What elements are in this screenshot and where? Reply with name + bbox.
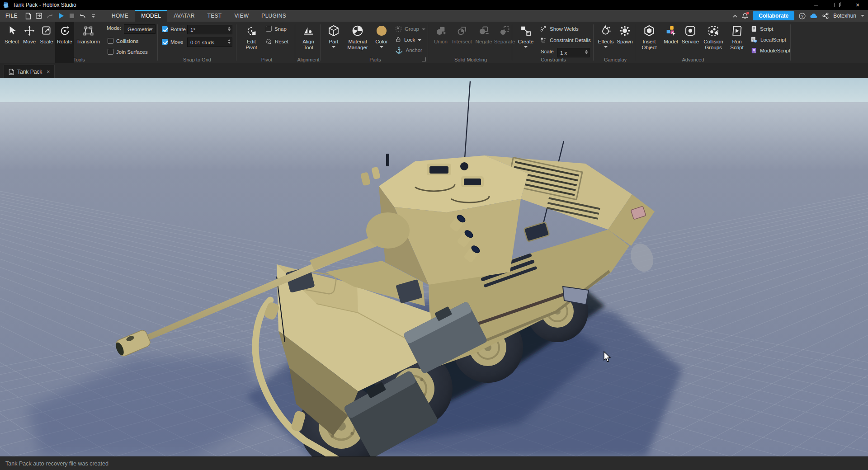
stop-button[interactable] [66,10,77,22]
group-label-tools: Tools [3,57,156,62]
move-tool-button[interactable]: Move [21,23,38,45]
effects-button[interactable]: Effects [596,23,616,48]
model-icon [665,23,677,38]
module-script-button[interactable]: ModuleScript [750,47,790,54]
ribbon-group-solid-modeling: Union Intersect Negate Separate Solid Mo… [430,22,511,63]
edit-pivot-button[interactable]: Edit Pivot [241,23,262,51]
model-button[interactable]: Model [662,23,680,45]
pivot-snap-row[interactable]: Snap [266,26,287,32]
group-label-constraints: Constraints [514,57,592,62]
new-place-button[interactable] [23,10,34,22]
insert-object-button[interactable]: Insert Object [637,23,661,51]
tab-model[interactable]: MODEL [135,10,167,22]
collaborate-button[interactable]: Collaborate [753,11,794,20]
stepper-arrows[interactable] [228,27,231,31]
material-manager-button[interactable]: Material Manager [344,23,372,51]
lock-button[interactable]: Lock [395,36,421,43]
document-tab-title: Tank Pack [17,69,42,75]
collapse-ribbon-button[interactable] [733,14,737,18]
viewport-3d[interactable] [0,78,868,456]
stepper-arrows[interactable] [228,39,231,44]
color-button[interactable]: Color [372,23,392,48]
document-tab-tank-pack[interactable]: Tank Pack × [4,65,55,78]
local-script-button[interactable]: LocalScript [750,36,786,43]
create-constraint-icon [519,23,532,38]
redo-button[interactable] [45,10,56,22]
pivot-reset-button[interactable]: Reset [265,38,288,45]
union-button[interactable]: Union [431,23,450,45]
service-icon [684,23,697,38]
parts-dialog-launcher[interactable] [422,57,426,61]
scale-tool-button[interactable]: Scale [38,23,55,45]
separate-button[interactable]: Separate [493,23,516,45]
collisions-checkbox-row[interactable]: Collisions [108,38,138,44]
snap-move-field[interactable]: 0.01 studs [187,38,232,47]
undo-button[interactable] [77,10,88,22]
create-dropdown-caret[interactable] [524,46,528,48]
create-constraint-button[interactable]: Create [515,23,536,48]
tab-view[interactable]: VIEW [228,10,255,22]
cloud-icon [810,13,818,19]
service-button[interactable]: Service [680,23,701,45]
join-surfaces-checkbox-row[interactable]: Join Surfaces [108,49,148,55]
anchor-button[interactable]: ⚓ Anchor [395,47,422,53]
stepper-arrows[interactable] [585,50,588,54]
select-tool-button[interactable]: Select [3,23,21,45]
cloud-sync-button[interactable] [810,13,818,19]
constraint-details-button[interactable]: Constraint Details [540,37,591,44]
group-button[interactable]: Group [395,25,425,32]
script-button[interactable]: Script [750,25,773,33]
file-menu[interactable]: FILE [0,10,23,22]
mode-dropdown[interactable]: Geometric [124,24,156,34]
color-swatch-icon [375,23,388,38]
snap-rotate-checkbox[interactable] [162,26,168,32]
group-label-parts: Parts [323,57,428,62]
snap-move-checkbox[interactable] [162,39,168,45]
join-surfaces-checkbox[interactable] [108,49,113,55]
snap-rotate-row[interactable]: Rotate [162,26,186,32]
constraint-scale-field[interactable]: 1 x [557,48,590,57]
part-cube-icon [327,23,340,38]
notification-badge [746,12,749,14]
part-button[interactable]: Part [324,23,344,48]
open-place-button[interactable] [34,10,45,22]
align-tool-icon [302,23,315,38]
snap-move-row[interactable]: Move [162,39,183,45]
tab-plugins[interactable]: PLUGINS [255,10,292,22]
group-label-solid-modeling: Solid Modeling [430,57,511,62]
part-dropdown-caret[interactable] [332,46,335,48]
effects-dropdown-caret[interactable] [604,46,608,48]
transform-tool-button[interactable]: Transform [74,23,102,45]
mode-row: Mode: [107,25,121,31]
minimize-button[interactable] [806,0,826,10]
color-dropdown-caret[interactable] [380,46,383,48]
maximize-button[interactable] [826,0,847,10]
module-script-icon [750,47,757,54]
pivot-snap-checkbox[interactable] [266,26,272,32]
show-welds-button[interactable]: Show Welds [540,25,579,33]
collision-groups-button[interactable]: Collision Groups [701,23,726,51]
snap-rotate-field[interactable]: 1° [187,25,232,34]
intersect-icon [456,23,468,38]
document-tab-close-icon[interactable]: × [47,69,50,75]
ribbon-group-alignment: Align Tool Alignment [297,22,320,63]
tab-avatar[interactable]: AVATAR [167,10,201,22]
run-script-button[interactable]: Run Script [727,23,747,51]
align-tool-button[interactable]: Align Tool [297,23,319,51]
play-button[interactable] [56,10,66,22]
share-button[interactable] [822,13,829,19]
help-button[interactable]: ? [799,13,806,19]
close-button[interactable]: ✕ [847,0,868,10]
user-menu-chevron-icon[interactable] [861,15,864,17]
quick-access-dropdown[interactable] [88,10,99,22]
material-sphere-icon [351,23,364,38]
tab-test[interactable]: TEST [201,10,228,22]
tab-home[interactable]: HOME [105,10,135,22]
negate-button[interactable]: Negate [474,23,494,45]
mode-label: Mode: [107,25,121,31]
collisions-checkbox[interactable] [108,38,113,44]
spawn-button[interactable]: Spawn [615,23,635,45]
intersect-button[interactable]: Intersect [450,23,474,45]
notifications-button[interactable] [742,13,748,19]
user-menu[interactable]: Botexhun [833,13,856,19]
